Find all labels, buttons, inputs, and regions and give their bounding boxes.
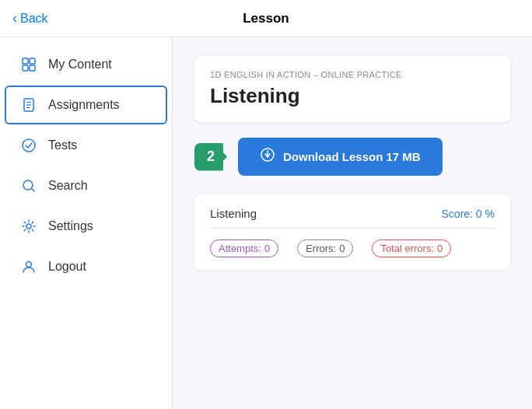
stats-subject-label: Listening: [210, 207, 257, 220]
errors-badge: Errors: 0: [297, 239, 353, 257]
sidebar-item-label: Logout: [48, 260, 86, 274]
back-button[interactable]: ‹ Back: [12, 10, 48, 26]
attempts-badge: Attempts: 0: [210, 239, 278, 257]
chevron-left-icon: ‹: [12, 10, 17, 26]
total-errors-label: Total errors:: [380, 243, 434, 254]
download-icon: [260, 147, 275, 166]
sidebar-item-my-content[interactable]: My Content: [5, 45, 167, 84]
sidebar-item-search[interactable]: Search: [5, 166, 167, 205]
lesson-title: Listening: [210, 84, 495, 108]
svg-point-11: [26, 224, 31, 229]
stats-section: Listening Score: 0 % Attempts: 0 Errors:…: [194, 194, 510, 270]
svg-rect-1: [30, 58, 35, 64]
download-button[interactable]: Download Lesson 17 MB: [238, 138, 443, 176]
total-errors-value: 0: [437, 243, 443, 254]
lesson-subtitle: 1D ENGLISH IN ACTION – ONLINE PRACTICE: [210, 70, 495, 79]
stats-row: Attempts: 0 Errors: 0 Total errors: 0: [210, 239, 495, 257]
page-title: Lesson: [243, 11, 289, 26]
stats-score: Score: 0 %: [442, 208, 495, 220]
download-row: 2 Download Lesson 17 MB: [194, 138, 510, 176]
gear-icon: [20, 218, 37, 235]
total-errors-badge: Total errors: 0: [372, 239, 451, 257]
main-content: 1D ENGLISH IN ACTION – ONLINE PRACTICE L…: [173, 37, 532, 409]
svg-line-10: [32, 189, 35, 192]
sidebar-item-label: Tests: [48, 138, 77, 152]
main-layout: My Content Assignments Tests: [0, 37, 532, 409]
check-circle-icon: [20, 137, 37, 154]
svg-point-8: [23, 139, 35, 152]
attempts-value: 0: [264, 243, 270, 254]
sidebar-item-logout[interactable]: Logout: [5, 247, 167, 286]
sidebar-item-label: My Content: [48, 58, 112, 72]
svg-point-12: [26, 262, 32, 267]
lesson-card: 1D ENGLISH IN ACTION – ONLINE PRACTICE L…: [194, 56, 510, 122]
sidebar-item-label: Settings: [48, 219, 93, 233]
sidebar-item-assignments[interactable]: Assignments: [5, 86, 167, 124]
back-label: Back: [20, 12, 48, 26]
search-icon: [20, 177, 37, 194]
svg-rect-3: [30, 65, 35, 71]
stats-divider: [210, 228, 495, 229]
sidebar-item-label: Assignments: [48, 98, 120, 112]
svg-rect-0: [23, 58, 28, 64]
errors-value: 0: [339, 243, 345, 254]
svg-rect-2: [23, 65, 28, 71]
sidebar: My Content Assignments Tests: [0, 37, 173, 409]
person-icon: [20, 258, 37, 275]
attempts-label: Attempts:: [219, 243, 261, 254]
sidebar-item-tests[interactable]: Tests: [5, 126, 167, 165]
step-badge: 2: [194, 143, 227, 171]
errors-label: Errors:: [306, 243, 336, 254]
header: ‹ Back Lesson: [0, 0, 532, 37]
document-icon: [20, 96, 37, 114]
download-label: Download Lesson 17 MB: [283, 150, 421, 163]
stats-header: Listening Score: 0 %: [210, 207, 495, 220]
sidebar-item-settings[interactable]: Settings: [5, 207, 167, 246]
grid-icon: [20, 56, 37, 73]
sidebar-item-label: Search: [48, 179, 88, 193]
